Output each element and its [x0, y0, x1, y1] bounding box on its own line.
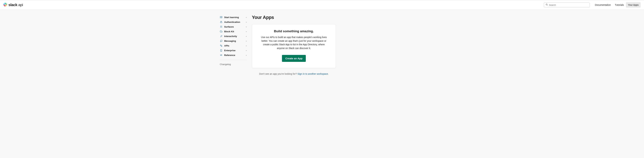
- slack-logo-icon: [4, 3, 7, 7]
- svg-point-5: [222, 26, 222, 26]
- chevron-right-icon: ▸: [246, 26, 247, 28]
- create-app-card: Build something amazing. Use our APIs to…: [252, 24, 336, 68]
- svg-line-1: [547, 5, 548, 6]
- svg-point-7: [221, 26, 221, 27]
- svg-point-11: [222, 27, 222, 28]
- top-bar: slack api Documentation Tutorials Your A…: [0, 0, 644, 10]
- search-icon: [546, 4, 549, 6]
- sidebar-item-enterprise[interactable]: Enterprise ▸: [220, 48, 247, 53]
- card-heading: Build something amazing.: [260, 30, 328, 33]
- search-box[interactable]: [544, 2, 590, 7]
- main-content: Your Apps Build something amazing. Use o…: [252, 15, 424, 75]
- svg-point-12: [220, 45, 221, 46]
- nav-your-apps[interactable]: Your Apps: [626, 2, 640, 8]
- sign-in-link[interactable]: Sign in to another workspace: [298, 72, 328, 75]
- sidebar-changelog[interactable]: Changelog: [220, 62, 247, 66]
- chevron-right-icon: ▸: [246, 40, 247, 42]
- sidebar-label: APIs: [224, 44, 229, 47]
- svg-point-3: [220, 26, 221, 26]
- svg-point-10: [221, 27, 221, 28]
- sidebar-item-surfaces[interactable]: Surfaces ▸: [220, 24, 247, 29]
- sidebar-label: Enterprise: [224, 49, 236, 52]
- sidebar-item-apis[interactable]: APIs ▸: [220, 43, 247, 48]
- gears-icon: [220, 44, 222, 47]
- sidebar-label: Reference: [224, 54, 235, 56]
- card-body: Use our APIs to build an app that makes …: [260, 36, 328, 50]
- svg-point-0: [546, 4, 547, 5]
- svg-rect-14: [220, 50, 222, 51]
- chevron-right-icon: ▸: [246, 16, 247, 18]
- sidebar-label: Surfaces: [224, 26, 234, 28]
- nav-documentation[interactable]: Documentation: [593, 2, 613, 8]
- sidebar: Start learning ▸ Authentication ▸ Surfac…: [220, 15, 247, 75]
- sidebar-item-interactivity[interactable]: Interactivity ▸: [220, 34, 247, 38]
- search-input[interactable]: [549, 4, 588, 6]
- sidebar-label: Start learning: [224, 16, 239, 18]
- chevron-right-icon: ▸: [246, 21, 247, 23]
- chevron-right-icon: ▸: [246, 54, 247, 56]
- brand-text: slack api: [8, 3, 23, 7]
- svg-point-13: [221, 46, 222, 47]
- brand-logo[interactable]: slack api: [4, 3, 23, 7]
- chevron-right-icon: ▸: [246, 35, 247, 37]
- sidebar-item-block-kit[interactable]: Block Kit ▸: [220, 29, 247, 34]
- svg-rect-2: [220, 22, 222, 23]
- svg-point-4: [221, 26, 221, 26]
- below-card-text: Don't see an app you're looking for? Sig…: [252, 72, 336, 75]
- svg-point-6: [220, 26, 221, 27]
- chevron-right-icon: ▸: [246, 45, 247, 47]
- chevron-right-icon: ▸: [246, 30, 247, 32]
- wand-icon: [220, 35, 222, 38]
- create-app-button[interactable]: Create an App: [282, 55, 306, 62]
- chat-icon: [220, 40, 222, 42]
- book-icon: [220, 16, 222, 18]
- page-title: Your Apps: [252, 15, 424, 20]
- cloud-icon: [220, 30, 222, 33]
- sidebar-item-messaging[interactable]: Messaging ▸: [220, 38, 247, 43]
- sidebar-item-authentication[interactable]: Authentication ▸: [220, 20, 247, 24]
- sidebar-item-start-learning[interactable]: Start learning ▸: [220, 15, 247, 20]
- sidebar-label: Messaging: [224, 40, 236, 42]
- nav-tutorials[interactable]: Tutorials: [613, 2, 626, 8]
- sidebar-label: Authentication: [224, 21, 240, 23]
- sidebar-label: Interactivity: [224, 35, 237, 38]
- lock-icon: [220, 20, 222, 23]
- svg-point-9: [220, 27, 221, 28]
- chevron-right-icon: ▸: [246, 50, 247, 51]
- code-icon: [220, 54, 222, 56]
- svg-point-8: [222, 26, 222, 27]
- sidebar-label: Block Kit: [224, 30, 234, 33]
- top-nav: Documentation Tutorials Your Apps: [593, 2, 640, 8]
- sidebar-item-reference[interactable]: Reference ▸: [220, 53, 247, 58]
- building-icon: [220, 49, 222, 52]
- svg-line-21: [221, 54, 221, 56]
- grid-icon: [220, 25, 222, 28]
